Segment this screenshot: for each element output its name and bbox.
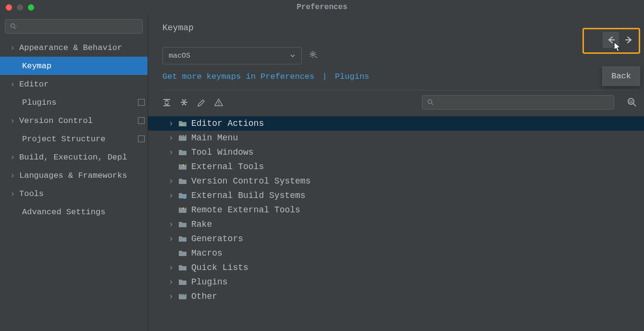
chevron-right-icon: › [168, 277, 174, 287]
sidebar-item-advanced[interactable]: Advanced Settings [0, 203, 148, 221]
chevron-right-icon: › [168, 220, 174, 229]
folder-icon [178, 177, 187, 185]
content-pane: Keymap Back macOS Get more keymaps [148, 14, 644, 331]
ext-folder-icon [178, 206, 187, 214]
chevron-down-icon [290, 53, 296, 59]
tree-item-external-tools[interactable]: External Tools [148, 159, 644, 174]
ext-folder-icon [178, 163, 187, 171]
chevron-right-icon: › [168, 176, 174, 186]
svg-point-12 [628, 98, 634, 104]
chevron-right-icon: › [9, 153, 16, 162]
svg-point-10 [428, 100, 432, 104]
plugins-link[interactable]: Plugins [335, 72, 369, 81]
keymap-scheme-select[interactable]: macOS [162, 47, 302, 64]
project-badge-icon [138, 135, 145, 142]
sidebar-item-languages[interactable]: ›Languages & Frameworks [0, 166, 148, 184]
svg-point-17 [183, 196, 186, 199]
folder-icon [178, 249, 187, 257]
chevron-right-icon: › [9, 171, 16, 180]
search-icon [427, 98, 434, 106]
chevron-right-icon: › [9, 116, 16, 125]
tree-item-label: Main Menu [191, 133, 238, 143]
sidebar-item-plugins[interactable]: Plugins [0, 93, 148, 111]
tree-item-vcs[interactable]: › Version Control Systems [148, 174, 644, 188]
settings-search-input[interactable] [5, 19, 143, 34]
nav-back-button[interactable] [603, 32, 619, 48]
expand-all-icon[interactable] [162, 98, 171, 107]
minimize-window-button[interactable] [17, 4, 23, 11]
get-keymaps-link[interactable]: Get more keymaps in Preferences [162, 72, 314, 81]
maximize-window-button[interactable] [28, 4, 34, 11]
svg-point-9 [218, 104, 219, 105]
chevron-right-icon: › [168, 119, 174, 128]
svg-line-11 [432, 103, 433, 105]
folder-icon [178, 221, 187, 228]
sidebar-item-appearance[interactable]: ›Appearance & Behavior [0, 38, 148, 57]
tree-item-rake[interactable]: › Rake [148, 217, 644, 232]
tree-item-label: Editor Actions [191, 119, 264, 128]
svg-line-13 [633, 104, 636, 106]
collapse-all-icon[interactable] [180, 98, 188, 107]
svg-rect-15 [632, 100, 632, 101]
svg-point-4 [312, 53, 314, 55]
tree-item-generators[interactable]: › Generators [148, 232, 644, 246]
edit-icon[interactable] [197, 98, 206, 107]
folder-special-icon [178, 120, 187, 127]
scheme-value: macOS [169, 52, 190, 60]
project-badge-icon [138, 117, 145, 124]
nav-forward-button[interactable] [621, 32, 637, 48]
tree-item-label: Remote External Tools [191, 205, 300, 215]
window-title: Preferences [297, 3, 347, 12]
chevron-right-icon: › [168, 191, 174, 200]
close-window-button[interactable] [6, 4, 12, 11]
svg-point-0 [11, 24, 15, 28]
traffic-lights [6, 4, 34, 11]
sidebar-item-keymap[interactable]: Keymap [0, 57, 148, 75]
sidebar-item-tools[interactable]: ›Tools [0, 184, 148, 203]
chevron-right-icon: › [9, 80, 16, 89]
warning-icon[interactable] [214, 98, 223, 107]
tree-item-label: Plugins [191, 277, 228, 287]
tree-item-editor-actions[interactable]: › Editor Actions [148, 116, 644, 131]
folder-icon [178, 278, 187, 286]
chevron-right-icon: › [168, 263, 174, 272]
folder-icon [178, 148, 187, 156]
tree-item-macros[interactable]: Macros [148, 246, 644, 260]
actions-search-input[interactable] [422, 95, 614, 110]
other-folder-icon [178, 293, 187, 300]
sidebar-item-editor[interactable]: ›Editor [0, 75, 148, 93]
sidebar-item-version-control[interactable]: ›Version Control [0, 111, 148, 130]
sidebar-item-build[interactable]: ›Build, Execution, Depl [0, 148, 148, 166]
tree-item-remote-ext[interactable]: Remote External Tools [148, 203, 644, 217]
gear-folder-icon [178, 192, 187, 199]
link-separator: | [322, 72, 327, 81]
chevron-right-icon: › [9, 189, 16, 198]
tree-item-tool-windows[interactable]: › Tool Windows [148, 145, 644, 159]
page-title: Keymap [162, 23, 194, 33]
sidebar: ›Appearance & Behavior Keymap ›Editor Pl… [0, 14, 148, 331]
tree-item-label: Version Control Systems [191, 176, 310, 186]
chevron-right-icon: › [9, 43, 16, 52]
tree-item-quick-lists[interactable]: › Quick Lists [148, 260, 644, 275]
sidebar-item-project-structure[interactable]: Project Structure [0, 130, 148, 148]
scheme-settings-button[interactable] [309, 50, 318, 62]
tree-item-label: External Tools [191, 162, 264, 172]
folder-icon [178, 264, 187, 271]
tree-item-other[interactable]: › Other [148, 289, 644, 304]
chevron-right-icon: › [168, 147, 174, 157]
tree-item-plugins[interactable]: › Plugins [148, 275, 644, 289]
tree-item-main-menu[interactable]: › Main Menu [148, 131, 644, 145]
tree-item-label: External Build Systems [191, 191, 306, 200]
find-by-shortcut-icon[interactable] [627, 97, 637, 108]
tree-item-label: Macros [191, 248, 223, 258]
tree-item-ext-build[interactable]: › External Build Systems [148, 188, 644, 203]
titlebar: Preferences [0, 0, 644, 14]
folder-icon [178, 235, 187, 243]
arrow-left-icon [607, 36, 615, 44]
svg-rect-14 [630, 100, 631, 101]
tree-item-label: Rake [191, 220, 212, 229]
chevron-right-icon: › [168, 133, 174, 143]
menu-folder-icon [178, 134, 187, 142]
tree-item-label: Generators [191, 234, 243, 244]
tree-item-label: Tool Windows [191, 147, 254, 157]
